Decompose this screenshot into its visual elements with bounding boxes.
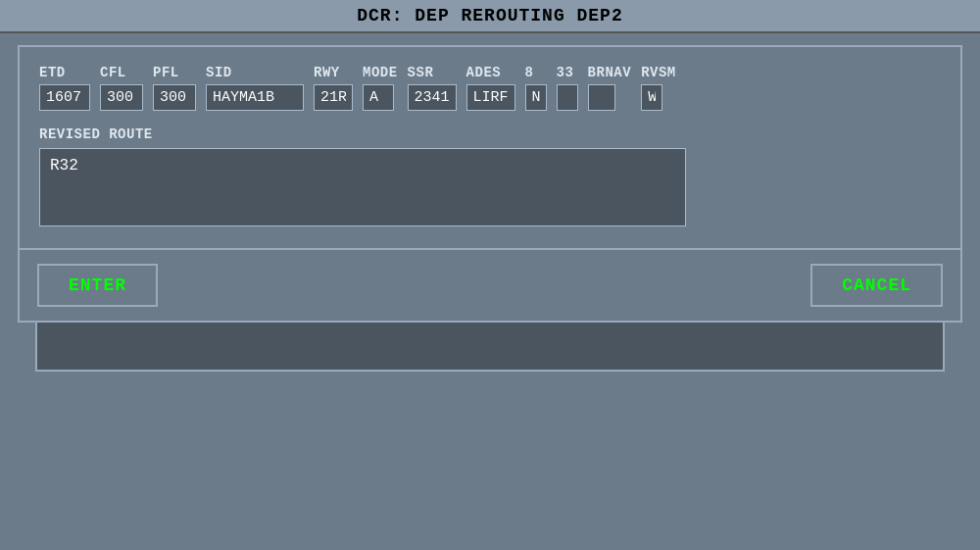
ssr-group: SSR bbox=[408, 65, 457, 111]
pfl-label: PFL bbox=[153, 65, 196, 80]
ades-input[interactable] bbox=[466, 84, 515, 111]
revised-route-input[interactable]: R32 bbox=[39, 148, 686, 226]
cancel-button[interactable]: CANCEL bbox=[810, 264, 943, 307]
pfl-input[interactable] bbox=[153, 84, 196, 111]
cfl-label: CFL bbox=[100, 65, 143, 80]
title-bar: DCR: DEP REROUTING DEP2 bbox=[0, 0, 980, 33]
sid-group: SID bbox=[206, 65, 304, 111]
f8-group: 8 bbox=[525, 65, 547, 111]
mode-label: MODE bbox=[363, 65, 398, 80]
button-panel: ENTER CANCEL bbox=[18, 250, 962, 323]
mode-input[interactable] bbox=[363, 84, 394, 111]
rvsm-label: RVSM bbox=[641, 65, 676, 80]
sid-label: SID bbox=[206, 65, 304, 80]
rvsm-group: RVSM bbox=[641, 65, 676, 111]
ades-group: ADES bbox=[466, 65, 515, 111]
etd-group: ETD bbox=[39, 65, 90, 111]
ades-label: ADES bbox=[466, 65, 515, 80]
revised-route-section: REVISED ROUTE R32 bbox=[39, 126, 941, 226]
cfl-group: CFL bbox=[100, 65, 143, 111]
rwy-group: RWY bbox=[314, 65, 353, 111]
pfl-group: PFL bbox=[153, 65, 196, 111]
f33-label: 33 bbox=[557, 65, 578, 80]
top-panel: ETD CFL PFL SID RWY MODE bbox=[18, 45, 962, 250]
cfl-input[interactable] bbox=[100, 84, 143, 111]
etd-input[interactable] bbox=[39, 84, 90, 111]
enter-button[interactable]: ENTER bbox=[37, 264, 158, 307]
ssr-input[interactable] bbox=[408, 84, 457, 111]
f8-input[interactable] bbox=[525, 84, 547, 111]
sid-input[interactable] bbox=[206, 84, 304, 111]
title-text: DCR: DEP REROUTING DEP2 bbox=[357, 6, 622, 25]
f33-input[interactable] bbox=[557, 84, 578, 111]
f8-label: 8 bbox=[525, 65, 547, 80]
brnav-input[interactable] bbox=[588, 84, 615, 111]
rwy-label: RWY bbox=[314, 65, 353, 80]
rvsm-input[interactable] bbox=[641, 84, 662, 111]
brnav-label: BRNAV bbox=[588, 65, 632, 80]
brnav-group: BRNAV bbox=[588, 65, 632, 111]
mode-group: MODE bbox=[363, 65, 398, 111]
ssr-label: SSR bbox=[408, 65, 457, 80]
f33-group: 33 bbox=[557, 65, 578, 111]
revised-route-label: REVISED ROUTE bbox=[39, 126, 941, 142]
etd-label: ETD bbox=[39, 65, 90, 80]
status-bar bbox=[35, 323, 945, 372]
rwy-input[interactable] bbox=[314, 84, 353, 111]
